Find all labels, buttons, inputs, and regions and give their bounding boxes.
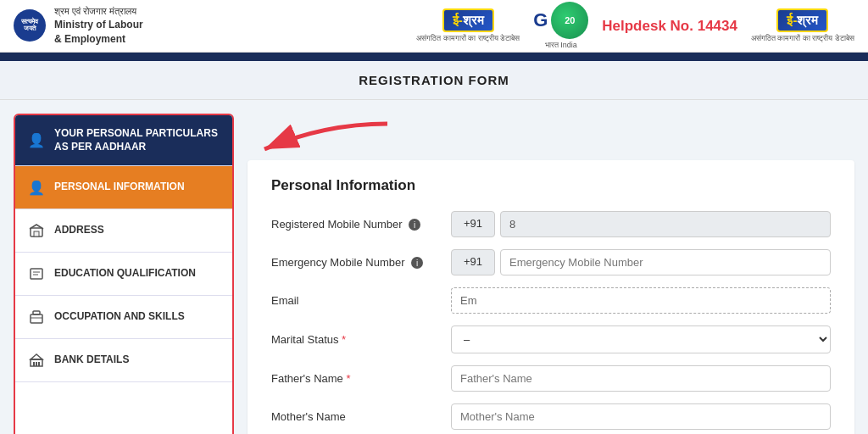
- sidebar-item-aadhaar-label: YOUR PERSONAL PARTICULARS AS PER AADHAAR: [54, 127, 220, 153]
- form-row-fathers-name: Father's Name *: [271, 365, 831, 392]
- sidebar-item-aadhaar[interactable]: 👤 YOUR PERSONAL PARTICULARS AS PER AADHA…: [15, 115, 232, 166]
- marital-status-required: *: [342, 333, 346, 346]
- form-row-mothers-name: Mother's Name: [271, 403, 831, 430]
- sidebar-item-personal[interactable]: 👤 PERSONAL INFORMATION: [15, 166, 232, 209]
- fathers-name-label: Father's Name *: [271, 372, 441, 385]
- aadhaar-icon: 👤: [27, 131, 46, 150]
- emergency-mobile-input[interactable]: [500, 249, 831, 275]
- e-shram-logo-left: ई-श्रम असंगठित कामगारों का राष्ट्रीय डेट…: [416, 8, 520, 43]
- main-layout: 👤 YOUR PERSONAL PARTICULARS AS PER AADHA…: [0, 100, 868, 434]
- india-text: भारत India: [545, 41, 577, 50]
- form-row-emergency-mobile: Emergency Mobile Number i +91: [271, 249, 831, 275]
- form-row-registered-mobile: Registered Mobile Number i +91: [271, 211, 831, 237]
- red-arrow-svg: [256, 117, 392, 158]
- mothers-name-input[interactable]: [451, 403, 831, 430]
- emergency-mobile-prefix: +91: [451, 249, 495, 275]
- g20-logo: G 20 भारत India: [533, 2, 588, 50]
- address-icon: [27, 221, 46, 240]
- e-shram-logo-right: ई-श्रम असंगठित कामगारों का राष्ट्रीय डेट…: [751, 8, 854, 43]
- ministry-hindi: श्रम एवं रोजगार मंत्रालय: [54, 5, 143, 18]
- ministry-text: श्रम एवं रोजगार मंत्रालय Ministry of Lab…: [54, 5, 143, 47]
- fathers-name-required: *: [346, 372, 350, 385]
- sidebar-item-personal-label: PERSONAL INFORMATION: [54, 181, 185, 194]
- sidebar-item-occupation-label: OCCUPATION AND SKILLS: [54, 310, 185, 324]
- registered-mobile-info-icon: i: [409, 219, 420, 231]
- sidebar-item-education-label: EDUCATION QUALIFICATION: [54, 267, 196, 281]
- svg-rect-1: [34, 231, 39, 236]
- sidebar-item-address-label: ADDRESS: [54, 224, 104, 237]
- form-row-marital-status: Marital Status * – Single Married Divorc…: [271, 326, 831, 353]
- emergency-mobile-input-group: +91: [451, 249, 831, 275]
- header-center: ई-श्रम असंगठित कामगारों का राष्ट्रीय डेट…: [416, 2, 854, 50]
- g20-circle: 20: [551, 2, 588, 39]
- education-icon: [27, 264, 46, 283]
- svg-rect-11: [33, 362, 35, 366]
- sidebar-item-bank[interactable]: BANK DETAILS: [15, 339, 232, 382]
- email-label: Email: [271, 294, 441, 307]
- registered-mobile-input[interactable]: [500, 211, 831, 237]
- svg-marker-10: [31, 354, 42, 359]
- svg-rect-12: [36, 362, 37, 366]
- svg-rect-6: [31, 314, 42, 323]
- bank-icon: [27, 351, 46, 370]
- ministry-english-2: & Employment: [54, 32, 143, 47]
- form-row-email: Email: [271, 287, 831, 314]
- emergency-mobile-label: Emergency Mobile Number i: [271, 256, 441, 270]
- sidebar-item-address[interactable]: ADDRESS: [15, 209, 232, 253]
- occupation-icon: [27, 308, 46, 326]
- personal-icon: 👤: [27, 178, 46, 197]
- registered-mobile-label: Registered Mobile Number i: [271, 218, 441, 231]
- marital-status-select[interactable]: – Single Married Divorced Widowed: [451, 326, 831, 353]
- navy-bar: [0, 53, 868, 61]
- ministry-english-1: Ministry of Labour: [54, 18, 143, 32]
- svg-rect-13: [38, 362, 40, 366]
- govt-logo: सत्यमेवजयते: [14, 9, 46, 42]
- marital-status-label: Marital Status *: [271, 333, 441, 346]
- registered-mobile-input-group: +91: [451, 211, 831, 237]
- header: सत्यमेवजयते श्रम एवं रोजगार मंत्रालय Min…: [0, 0, 868, 53]
- fathers-name-input[interactable]: [451, 365, 831, 392]
- sidebar-item-bank-label: BANK DETAILS: [54, 353, 129, 367]
- form-section-title: Personal Information: [271, 177, 831, 194]
- mothers-name-label: Mother's Name: [271, 410, 441, 423]
- sidebar-item-education[interactable]: EDUCATION QUALIFICATION: [15, 253, 232, 296]
- registered-mobile-prefix: +91: [451, 211, 495, 237]
- page-title: REGISTRATION FORM: [0, 61, 868, 100]
- email-input[interactable]: [451, 287, 831, 314]
- svg-rect-2: [31, 269, 42, 279]
- sidebar-item-occupation[interactable]: OCCUPATION AND SKILLS: [15, 296, 232, 339]
- arrow-area: [248, 114, 854, 160]
- helpdesk-number: Helpdesk No. 14434: [602, 18, 737, 35]
- emergency-mobile-info-icon: i: [411, 257, 423, 269]
- header-left: सत्यमेवजयते श्रम एवं रोजगार मंत्रालय Min…: [14, 5, 143, 47]
- form-container: Personal Information Registered Mobile N…: [248, 114, 854, 434]
- sidebar: 👤 YOUR PERSONAL PARTICULARS AS PER AADHA…: [14, 114, 234, 434]
- form-area: Personal Information Registered Mobile N…: [248, 160, 854, 434]
